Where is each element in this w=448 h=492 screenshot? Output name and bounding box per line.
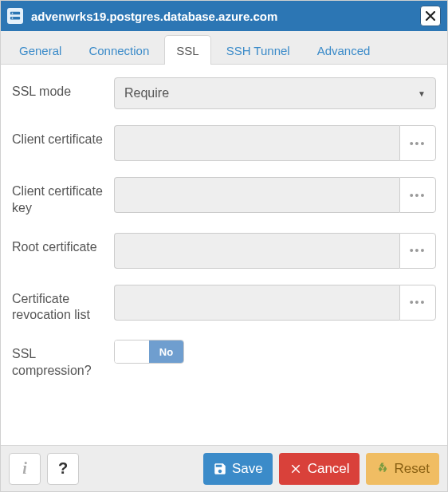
ellipsis-icon: ••• xyxy=(410,244,426,257)
row-crl: Certificate revocation list ••• xyxy=(12,285,436,325)
browse-client-cert-button[interactable]: ••• xyxy=(399,125,436,161)
save-label: Save xyxy=(232,461,263,477)
cancel-label: Cancel xyxy=(308,461,350,477)
ellipsis-icon: ••• xyxy=(410,137,426,150)
input-crl[interactable] xyxy=(114,285,399,321)
label-client-cert: Client certificate xyxy=(12,125,106,161)
svg-point-3 xyxy=(12,18,14,19)
browse-client-cert-key-button[interactable]: ••• xyxy=(399,177,436,213)
label-ssl-compression: SSL compression? xyxy=(12,340,106,380)
tab-advanced[interactable]: Advanced xyxy=(305,35,383,65)
toggle-ssl-compression[interactable]: No xyxy=(114,340,184,364)
form-scroll[interactable]: SSL mode Require ▼ Client certificate ••… xyxy=(1,65,447,445)
label-root-cert: Root certificate xyxy=(12,233,106,269)
save-button[interactable]: Save xyxy=(203,453,273,485)
close-button[interactable] xyxy=(420,6,441,26)
label-crl: Certificate revocation list xyxy=(12,285,106,325)
label-ssl-mode: SSL mode xyxy=(12,77,106,109)
row-ssl-compression: SSL compression? No xyxy=(12,340,436,380)
info-button[interactable]: i xyxy=(9,453,41,485)
input-client-cert[interactable] xyxy=(114,125,399,161)
help-button[interactable]: ? xyxy=(47,453,79,485)
help-icon: ? xyxy=(58,459,68,478)
reset-button[interactable]: Reset xyxy=(366,453,439,485)
close-icon xyxy=(426,11,435,21)
cancel-icon xyxy=(289,462,303,476)
toggle-yes xyxy=(115,340,149,363)
window-title: advenwrks19.postgres.database.azure.com xyxy=(31,10,420,23)
tab-connection[interactable]: Connection xyxy=(77,35,161,65)
footer: i ? Save Cancel Reset xyxy=(1,445,447,491)
row-ssl-mode: SSL mode Require ▼ xyxy=(12,77,436,109)
cancel-button[interactable]: Cancel xyxy=(279,453,360,485)
tab-ssh-tunnel[interactable]: SSH Tunnel xyxy=(214,35,302,65)
select-ssl-mode-value: Require xyxy=(124,86,169,100)
reset-label: Reset xyxy=(395,461,430,477)
label-client-cert-key: Client certificate key xyxy=(12,177,106,217)
titlebar: advenwrks19.postgres.database.azure.com xyxy=(1,1,447,31)
select-ssl-mode[interactable]: Require ▼ xyxy=(114,77,436,109)
row-client-cert: Client certificate ••• xyxy=(12,125,436,161)
tab-ssl[interactable]: SSL xyxy=(164,35,210,65)
ellipsis-icon: ••• xyxy=(410,296,426,309)
input-root-cert[interactable] xyxy=(114,233,399,269)
server-properties-dialog: advenwrks19.postgres.database.azure.com … xyxy=(0,0,448,492)
browse-root-cert-button[interactable]: ••• xyxy=(399,233,436,269)
browse-crl-button[interactable]: ••• xyxy=(399,285,436,321)
ellipsis-icon: ••• xyxy=(410,189,426,202)
chevron-down-icon: ▼ xyxy=(418,89,426,98)
svg-point-2 xyxy=(12,13,14,14)
row-client-cert-key: Client certificate key ••• xyxy=(12,177,436,217)
tab-general[interactable]: General xyxy=(7,35,73,65)
recycle-icon xyxy=(375,462,390,476)
save-icon xyxy=(213,462,227,476)
tabs: General Connection SSL SSH Tunnel Advanc… xyxy=(1,31,447,65)
form-panel: SSL mode Require ▼ Client certificate ••… xyxy=(1,65,447,445)
row-root-cert: Root certificate ••• xyxy=(12,233,436,269)
input-client-cert-key[interactable] xyxy=(114,177,399,213)
server-icon xyxy=(7,8,23,24)
info-icon: i xyxy=(22,459,27,478)
toggle-no: No xyxy=(149,340,183,363)
